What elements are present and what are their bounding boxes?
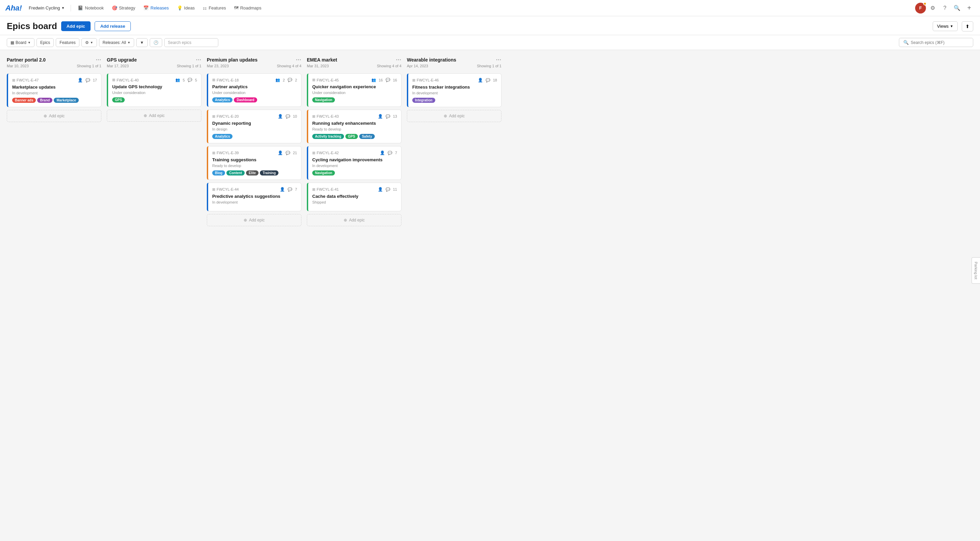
board-content: Partner portal 2.0 ··· Mar 10, 2023 Show… xyxy=(0,50,980,528)
card-id: ⊞ FWCYL-E-18 xyxy=(212,78,239,82)
filter-button[interactable]: ▼ xyxy=(136,38,148,47)
search-right-input[interactable] xyxy=(911,40,969,45)
add-epic-inline-button[interactable]: ⊕ Add epic xyxy=(107,110,201,122)
roadmaps-icon: 🗺 xyxy=(234,5,239,11)
export-button[interactable]: ⬆ xyxy=(962,21,973,32)
epic-card[interactable]: ⊞ FWCYL-E-41 👤 💬 11 Cache data effective… xyxy=(307,183,401,211)
column-showing: Showing 1 of 1 xyxy=(77,64,101,68)
epic-card[interactable]: ⊞ FWCYL-E-39 👤 💬 21 Training suggestions… xyxy=(207,146,301,180)
avatar-wrap[interactable]: F xyxy=(915,3,926,14)
logo[interactable]: Aha! xyxy=(5,4,22,13)
card-title: Cache data effectively xyxy=(312,194,397,199)
add-epic-inline-button[interactable]: ⊕ Add epic xyxy=(307,214,401,226)
search-epics-input[interactable]: Search epics xyxy=(164,38,218,47)
search-icon-btn[interactable]: 🔍 xyxy=(951,3,963,14)
card-metrics: 👤 💬 7 xyxy=(380,150,397,155)
epic-card[interactable]: ⊞ FWCYL-E-20 👤 💬 10 Dynamic reporting In… xyxy=(207,110,301,144)
card-status: In design xyxy=(212,127,297,131)
column-wearable-integrations: Wearable integrations ··· Apr 14, 2023 S… xyxy=(407,56,501,122)
add-epic-plus-icon: ⊕ xyxy=(144,113,147,118)
card-metrics: 👤 💬 7 xyxy=(280,187,297,192)
tag: Integration xyxy=(412,98,435,103)
comment-count: 17 xyxy=(93,78,97,82)
tag: Marketplace xyxy=(54,98,79,103)
parking-lot-tab[interactable]: Parking lot xyxy=(972,257,980,284)
tag: Content xyxy=(226,171,245,176)
avatar-badge xyxy=(923,2,927,5)
card-title: Training suggestions xyxy=(212,157,297,162)
releases-icon: 📅 xyxy=(143,5,149,11)
epic-card[interactable]: ⊞ FWCYL-E-18 👥2 💬 2 Partner analytics Un… xyxy=(207,73,301,107)
add-release-button[interactable]: Add release xyxy=(95,21,131,31)
add-epic-inline-button[interactable]: ⊕ Add epic xyxy=(207,214,301,226)
add-epic-inline-button[interactable]: ⊕ Add epic xyxy=(7,110,101,122)
card-tags: Analytics xyxy=(212,134,297,139)
grid-icon: ⊞ xyxy=(412,78,415,83)
nav-item-releases[interactable]: 📅 Releases xyxy=(140,4,172,12)
board-label: Board xyxy=(16,40,26,45)
column-more-button[interactable]: ··· xyxy=(96,57,101,63)
persons-icon: 👤 xyxy=(378,114,383,119)
add-icon-btn[interactable]: + xyxy=(964,3,975,14)
board-button[interactable]: ▦ Board ▼ xyxy=(7,38,35,47)
epic-card[interactable]: ⊞ FWCYL-E-44 👤 💬 7 Predictive analytics … xyxy=(207,183,301,211)
notebook-icon: 📓 xyxy=(78,5,83,11)
column-more-button[interactable]: ··· xyxy=(296,57,301,63)
comment-icon: 💬 xyxy=(386,114,390,119)
features-button[interactable]: Features xyxy=(56,38,79,47)
clock-icon: 🕐 xyxy=(153,40,159,45)
column-more-button[interactable]: ··· xyxy=(496,57,501,63)
nav-item-notebook[interactable]: 📓 Notebook xyxy=(74,4,107,12)
epic-card[interactable]: ⊞ FWCYL-E-45 👥16 💬 16 Quicker navigation… xyxy=(307,73,401,107)
releases-filter-chevron-icon: ▼ xyxy=(127,41,130,44)
column-header-emea-market: EMEA market ··· Mar 31, 2023 Showing 4 o… xyxy=(307,56,401,71)
card-tags: Activity trackingGPSSafety xyxy=(312,134,397,139)
card-metrics: 👤 💬 21 xyxy=(278,150,297,155)
card-id: ⊞ FWCYL-E-47 xyxy=(12,78,38,83)
search-right-container[interactable]: 🔍 xyxy=(899,38,973,47)
grid-icon: ⊞ xyxy=(112,78,115,82)
grid-icon: ⊞ xyxy=(312,151,315,155)
nav-item-ideas[interactable]: 💡 Ideas xyxy=(174,4,198,12)
epic-card[interactable]: ⊞ FWCYL-E-42 👤 💬 7 Cycling navigation im… xyxy=(307,146,401,180)
settings-dropdown-button[interactable]: ⚙ ▼ xyxy=(81,38,97,47)
nav-item-features[interactable]: ⚏ Features xyxy=(199,4,229,12)
column-showing: Showing 1 of 1 xyxy=(477,64,501,68)
comment-count: 11 xyxy=(393,187,397,192)
epic-card[interactable]: ⊞ FWCYL-E-40 👥5 💬 5 Update GPS technolog… xyxy=(107,73,201,107)
card-id: ⊞ FWCYL-E-43 xyxy=(312,114,339,119)
column-gps-upgrade: GPS upgrade ··· Mar 17, 2023 Showing 1 o… xyxy=(107,56,201,122)
tag: Elite xyxy=(246,171,259,176)
card-title: Running safety enhancements xyxy=(312,121,397,126)
card-status: In development xyxy=(412,91,497,95)
grid-icon: ⊞ xyxy=(212,114,215,119)
card-metrics: 👤 💬 10 xyxy=(278,114,297,119)
add-epic-button[interactable]: Add epic xyxy=(61,21,91,31)
releases-filter-button[interactable]: Releases: All ▼ xyxy=(99,38,134,47)
clock-button[interactable]: 🕐 xyxy=(150,38,162,47)
epics-button[interactable]: Epics xyxy=(37,38,54,47)
persons-icon: 👥 xyxy=(371,78,376,82)
settings-icon-btn[interactable]: ⚙ xyxy=(927,3,938,14)
epic-card[interactable]: ⊞ FWCYL-E-43 👤 💬 13 Running safety enhan… xyxy=(307,110,401,144)
add-epic-inline-button[interactable]: ⊕ Add epic xyxy=(407,110,501,122)
column-more-button[interactable]: ··· xyxy=(196,57,201,63)
comment-count: 10 xyxy=(293,114,297,118)
card-id: ⊞ FWCYL-E-39 xyxy=(212,151,239,155)
views-chevron-icon: ▼ xyxy=(950,24,953,28)
column-header-premium-plan: Premium plan updates ··· Mar 23, 2023 Sh… xyxy=(207,56,301,71)
tag: Brand xyxy=(37,98,52,103)
nav-item-strategy[interactable]: 🎯 Strategy xyxy=(108,4,138,12)
comment-count: 21 xyxy=(293,151,297,155)
epic-card[interactable]: ⊞ FWCYL-E-47 👤 💬 17 Marketplace updates … xyxy=(7,73,101,107)
comment-icon: 💬 xyxy=(286,151,290,155)
views-button[interactable]: Views ▼ xyxy=(933,21,958,31)
add-epic-plus-icon: ⊕ xyxy=(44,113,47,118)
workspace-button[interactable]: Fredwin Cycling ▼ xyxy=(26,4,67,12)
column-more-button[interactable]: ··· xyxy=(396,57,401,63)
nav-item-roadmaps[interactable]: 🗺 Roadmaps xyxy=(231,4,265,12)
card-tags: Integration xyxy=(412,98,497,103)
epic-card[interactable]: ⊞ FWCYL-E-46 👤 💬 18 Fitness tracker inte… xyxy=(407,73,501,107)
help-icon-btn[interactable]: ? xyxy=(939,3,950,14)
tag: Safety xyxy=(359,134,375,139)
